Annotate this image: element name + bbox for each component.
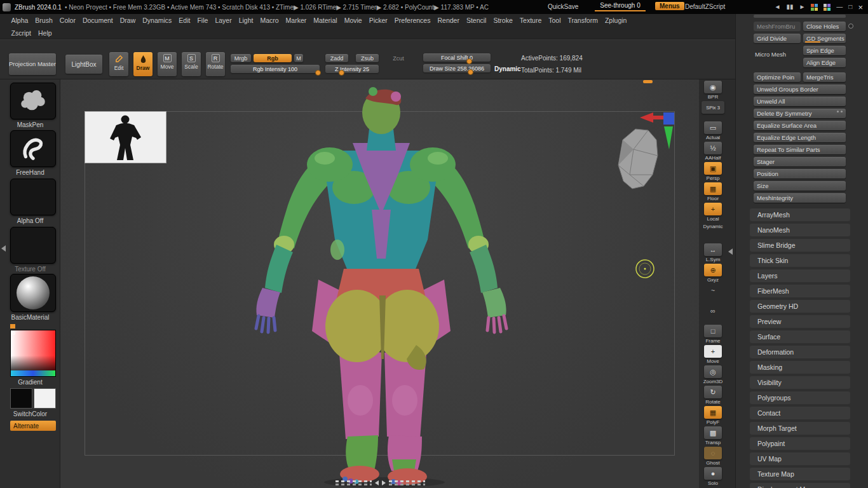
palette-section-row[interactable]: ArrayMesh <box>750 208 850 221</box>
close-holes-modifier-icon[interactable] <box>848 24 853 29</box>
menu-item[interactable]: Zplugin <box>601 17 630 24</box>
scroll-left-arrow-icon[interactable] <box>375 480 379 485</box>
micro-mesh-label[interactable]: Micro Mesh <box>755 51 786 58</box>
palette-section-row[interactable]: NanoMesh <box>750 224 850 236</box>
grid-divide-button[interactable]: Grid Divide <box>754 34 801 43</box>
primary-color-swatch[interactable] <box>10 388 32 409</box>
mrgb-button[interactable]: Mrgb <box>231 54 251 62</box>
menu-item[interactable]: Preferences <box>391 17 434 24</box>
right-shelf-item[interactable]: + Local <box>700 203 726 223</box>
palette-grid-icon-2[interactable] <box>824 4 831 11</box>
repeat-to-similar-parts-button[interactable]: Repeat To Similar Parts <box>754 145 846 154</box>
scroll-right-arrow-icon[interactable] <box>382 480 386 485</box>
color-gradient-picker[interactable] <box>10 330 56 377</box>
menu-item[interactable]: Document <box>79 17 116 24</box>
restore-icon[interactable]: □ <box>848 4 852 10</box>
palette-section-row[interactable]: Morph Target <box>750 422 850 435</box>
menu-item[interactable]: Tool <box>545 17 564 24</box>
right-shelf-item[interactable]: ↔ L.Sym <box>700 243 726 264</box>
menu-item[interactable]: Picker <box>365 17 391 24</box>
zcut-button[interactable]: Zcut <box>389 54 408 62</box>
alternate-button[interactable]: Alternate <box>10 421 56 431</box>
palette-section-row[interactable]: Geometry HD <box>750 300 850 313</box>
menu-item[interactable]: Edit <box>175 17 194 24</box>
unweld-all-button[interactable]: Unweld All <box>754 97 846 106</box>
zsub-button[interactable]: Zsub <box>356 54 379 62</box>
lowpoly-head-mesh[interactable] <box>618 129 658 189</box>
alpha-selector[interactable] <box>10 179 56 215</box>
right-shelf-item[interactable]: ◎ Zoom3D <box>700 365 726 386</box>
z-intensity-slider[interactable]: Z Intensity 25 <box>325 65 379 73</box>
right-shelf-item[interactable]: SPix 3 <box>700 101 726 121</box>
menu-item[interactable]: Help <box>35 29 56 37</box>
palette-section-row[interactable]: Polygroups <box>750 391 850 404</box>
close-icon[interactable]: × <box>858 3 863 11</box>
palette-section-row[interactable]: Contact <box>750 407 850 419</box>
draw-size-slider[interactable]: Draw Size 258.26086 <box>423 64 491 72</box>
palette-section-row[interactable]: UV Map <box>750 452 850 465</box>
menu-item[interactable]: Color <box>56 17 79 24</box>
zadd-button[interactable]: Zadd <box>325 54 348 62</box>
right-tray-collapse-arrow[interactable] <box>728 248 733 255</box>
brush-selector-maskpen[interactable] <box>10 83 56 119</box>
gd-segments-slider[interactable]: GD Segments <box>803 34 846 43</box>
texture-selector[interactable] <box>10 227 56 264</box>
menu-item[interactable]: Layer <box>212 17 235 24</box>
edit-button[interactable]: Edit <box>109 52 128 76</box>
right-shelf-item[interactable]: ◉ BPR <box>700 81 726 101</box>
dynamic-mode-label[interactable]: Dynamic <box>494 65 521 72</box>
canvas-scrollbar[interactable] <box>336 479 431 486</box>
palette-section-row[interactable]: Preview <box>750 315 850 328</box>
palette-section-row[interactable]: FiberMesh <box>750 285 850 297</box>
menu-item[interactable]: Zscript <box>8 29 35 37</box>
size-button[interactable]: Size <box>754 181 846 191</box>
scroll-right-icon[interactable]: ► <box>799 4 805 10</box>
spin-edge-button[interactable]: Spin Edge <box>803 46 846 55</box>
menu-item[interactable]: Movie <box>341 17 365 24</box>
right-shelf-item[interactable]: ▭ Actual <box>700 121 726 142</box>
left-tray-collapse-arrow[interactable] <box>1 245 6 252</box>
menu-item[interactable]: Stroke <box>490 17 516 24</box>
right-shelf-item[interactable]: + Move <box>700 345 726 365</box>
document-canvas[interactable] <box>60 79 699 488</box>
equalize-edge-length-button[interactable]: Equalize Edge Length <box>754 133 846 142</box>
menu-item[interactable]: Alpha <box>8 17 32 24</box>
merge-tris-button[interactable]: MergeTris <box>803 72 846 82</box>
material-selector[interactable] <box>10 274 56 312</box>
equalize-surface-area-button[interactable]: Equalize Surface Area <box>754 121 846 130</box>
right-shelf-item[interactable]: ½ AAHalf <box>700 142 726 162</box>
right-shelf-item[interactable]: Dynamic <box>700 223 726 243</box>
quicksave-button[interactable]: QuickSave <box>548 3 578 10</box>
menu-item[interactable]: Dynamics <box>139 17 175 24</box>
menus-button[interactable]: Menus <box>655 2 684 10</box>
menu-item[interactable]: Render <box>434 17 463 24</box>
right-shelf-item[interactable]: ▩ Transp <box>700 426 726 447</box>
slider-handle[interactable] <box>466 58 472 64</box>
slider-handle[interactable] <box>468 69 473 75</box>
right-shelf-item[interactable]: ● Solo <box>700 467 726 487</box>
palette-section-row[interactable]: Masking <box>750 361 850 374</box>
canvas-3d-viewport[interactable] <box>60 79 699 488</box>
secondary-color-swatch[interactable] <box>34 388 56 409</box>
hue-strip[interactable] <box>11 370 55 376</box>
menu-item[interactable]: Draw <box>116 17 139 24</box>
minimize-icon[interactable]: — <box>836 4 843 10</box>
palette-grid-icon[interactable] <box>811 4 818 11</box>
delete-by-symmetry-button[interactable]: Delete By Symmetry <box>754 109 846 118</box>
palette-section-row[interactable]: Deformation <box>750 346 850 358</box>
projection-master-button[interactable]: Projection Master <box>9 53 56 75</box>
right-shelf-item[interactable]: ▦ Floor <box>700 182 726 203</box>
pause-bars-icon[interactable]: ▮▮ <box>786 4 793 10</box>
scroll-left-icon[interactable]: ◄ <box>775 4 781 10</box>
menu-item[interactable]: Transform <box>564 17 601 24</box>
lightbox-button[interactable]: LightBox <box>65 55 102 74</box>
palette-section-row[interactable]: Texture Map <box>750 468 850 480</box>
draw-button[interactable]: Draw <box>133 52 153 76</box>
rgb-intensity-slider[interactable]: Rgb Intensity 100 <box>231 65 320 73</box>
palette-section-row[interactable]: Layers <box>750 269 850 282</box>
palette-section-row[interactable]: Displacement Map <box>750 483 850 488</box>
optimize-points-button[interactable]: Optimize Poin <box>754 72 801 82</box>
character-model[interactable] <box>256 87 506 487</box>
color-chip[interactable] <box>10 324 15 329</box>
right-shelf-item[interactable]: ~ <box>700 284 726 304</box>
